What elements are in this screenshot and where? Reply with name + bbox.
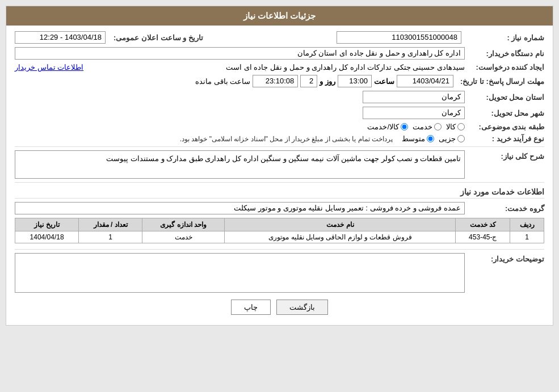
process-jozi-label: جزیی bbox=[439, 134, 456, 143]
creator-contact-link[interactable]: اطلاعات تماس خریدار bbox=[15, 63, 83, 71]
date-label: تاریخ و ساعت اعلان عمومی: bbox=[109, 33, 203, 42]
process-description: پرداخت تمام یا بخشی از مبلغ خریدار از مح… bbox=[180, 135, 393, 143]
buyer-org-label: نام دستگاه خریدار: bbox=[465, 49, 544, 58]
col-date: تاریخ نیاز bbox=[15, 218, 79, 231]
category-khedmat-label: خدمت bbox=[413, 123, 432, 131]
process-motavasset-radio[interactable] bbox=[427, 135, 434, 142]
deadline-days-label: روز و bbox=[320, 77, 335, 86]
process-jozi-radio[interactable] bbox=[457, 135, 465, 142]
deadline-time-label: ساعت bbox=[374, 77, 394, 86]
col-service-code: کد خدمت bbox=[456, 218, 510, 231]
process-motavasset-label: متوسط bbox=[402, 134, 425, 143]
deadline-remain-label: ساعت باقی مانده bbox=[195, 77, 250, 86]
col-unit: واحد اندازه گیری bbox=[142, 218, 225, 231]
category-radio-group: کالا خدمت کالا/خدمت bbox=[367, 123, 465, 131]
province-label: استان محل تحویل: bbox=[465, 93, 544, 102]
process-label: نوع فرآیند خرید : bbox=[465, 134, 544, 143]
col-quantity: تعداد / مقدار bbox=[79, 218, 142, 231]
service-group-label: گروه خدمت: bbox=[465, 204, 544, 213]
need-desc-value: تامین قطعات و نصب کولر جهت ماشین آلات نی… bbox=[15, 150, 465, 179]
city-value: کرمان bbox=[363, 107, 465, 119]
col-service-name: نام خدمت bbox=[225, 218, 456, 231]
category-kala-radio[interactable] bbox=[457, 123, 465, 130]
deadline-time: 13:00 bbox=[338, 75, 372, 87]
col-row-num: ردیف bbox=[510, 218, 544, 231]
deadline-label: مهلت ارسال پاسخ: تا تاریخ: bbox=[456, 77, 544, 86]
city-label: شهر محل تحویل: bbox=[465, 109, 544, 117]
footer-buttons: بازگشت چاپ bbox=[15, 300, 544, 315]
table-row: 1ج-45-453فروش قطعات و لوازم الحاقی وسایل… bbox=[15, 231, 544, 243]
service-group-value: عمده فروشی و خرده فروشی : تعمیر وسایل نق… bbox=[15, 202, 465, 214]
category-label: طبقه بندی موضوعی: bbox=[465, 123, 544, 131]
creator-value: سیدهادی حسینی جتکی تدارکات اداره کل راهد… bbox=[87, 63, 465, 71]
category-kala-khedmat-radio[interactable] bbox=[401, 123, 408, 130]
province-value: کرمان bbox=[363, 91, 465, 103]
need-desc-label: شرح کلی نیاز: bbox=[465, 150, 544, 161]
process-radio-group: جزیی متوسط پرداخت تمام یا بخشی از مبلغ خ… bbox=[180, 134, 465, 143]
need-number-value: 1103001551000048 bbox=[337, 31, 461, 44]
page-title: جزئیات اطلاعات نیاز bbox=[6, 6, 553, 26]
services-table: ردیف کد خدمت نام خدمت واحد اندازه گیری ت… bbox=[15, 218, 544, 243]
deadline-remain: 23:10:08 bbox=[253, 75, 298, 87]
buyer-notes-value[interactable] bbox=[15, 253, 465, 293]
buyer-notes-label: توضیحات خریدار: bbox=[465, 253, 544, 263]
print-button[interactable]: چاپ bbox=[231, 300, 271, 315]
need-number-label: شماره نیاز : bbox=[465, 33, 544, 42]
creator-label: ایجاد کننده درخواست: bbox=[465, 63, 544, 71]
category-khedmat-radio[interactable] bbox=[434, 123, 442, 130]
deadline-date: 1403/04/21 bbox=[397, 75, 453, 87]
category-kala-label: کالا bbox=[446, 123, 456, 131]
back-button[interactable]: بازگشت bbox=[276, 300, 328, 315]
services-title: اطلاعات خدمات مورد نیاز bbox=[15, 187, 544, 199]
category-kala-khedmat-label: کالا/خدمت bbox=[367, 123, 399, 131]
buyer-org-value: اداره کل راهداری و حمل و نقل جاده ای است… bbox=[15, 47, 465, 60]
deadline-days: 2 bbox=[300, 75, 317, 87]
date-value: 1403/04/18 - 12:29 bbox=[15, 31, 106, 44]
